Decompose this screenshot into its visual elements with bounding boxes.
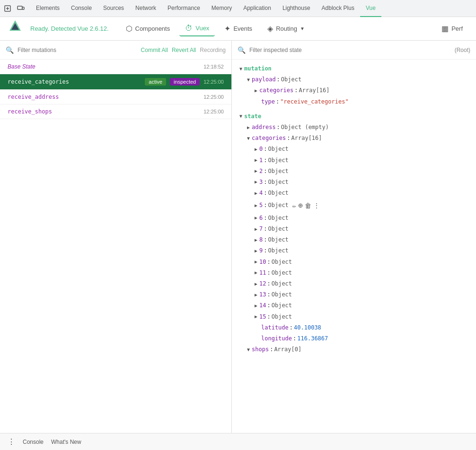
cat-item-7[interactable]: ▶ 7 : Object: [239, 224, 468, 234]
cat-2-key: 2: [259, 167, 263, 176]
svg-rect-1: [18, 6, 22, 9]
state-section-header[interactable]: ▼ state: [239, 111, 468, 122]
tab-elements[interactable]: Elements: [30, 0, 65, 17]
console-tab[interactable]: Console: [23, 437, 44, 447]
shops-arrow[interactable]: ▼: [247, 346, 250, 354]
cat-7-arrow[interactable]: ▶: [255, 225, 257, 233]
address-val: Object (empty): [281, 123, 329, 132]
cat-item-15[interactable]: ▶ 15 : Object: [239, 312, 468, 322]
mutation-arrow[interactable]: ▼: [239, 65, 242, 73]
cat-10-key: 10: [259, 258, 266, 267]
categories-key: categories: [259, 86, 293, 95]
whats-new-tab[interactable]: What's New: [51, 437, 81, 447]
cat-item-12[interactable]: ▶ 12 : Object: [239, 278, 468, 289]
mutation-list: Base State 12:18:52 receive_categories a…: [0, 60, 231, 433]
revert-all-button[interactable]: Revert All: [172, 47, 196, 53]
cat-5-arrow[interactable]: ▶: [255, 202, 257, 209]
state-categories-header[interactable]: ▼ categories : Array[16]: [239, 133, 468, 144]
item-5-actions: ✏️ ⊕ 🗑 ⋮: [292, 199, 320, 212]
state-search-input[interactable]: [249, 47, 451, 53]
cat-9-arrow[interactable]: ▶: [255, 247, 257, 255]
state-arrow[interactable]: ▼: [239, 112, 242, 120]
state-categories-val: Array[16]: [291, 134, 322, 143]
cat-11-key: 11: [259, 268, 266, 277]
nav-routing[interactable]: ◈ Routing ▼: [262, 21, 310, 36]
cat-8-key: 8: [259, 235, 263, 244]
tab-performance[interactable]: Performance: [162, 0, 206, 17]
latitude-val: 40.10038: [294, 323, 321, 332]
cat-3-arrow[interactable]: ▶: [255, 178, 257, 186]
cat-item-5[interactable]: ▶ 5 : Object ✏️ ⊕ 🗑 ⋮: [239, 199, 468, 213]
cat-item-1[interactable]: ▶ 1 : Object: [239, 155, 468, 166]
cat-item-13[interactable]: ▶ 13 : Object: [239, 289, 468, 300]
categories-arrow[interactable]: ▶: [255, 87, 257, 95]
cat-12-arrow[interactable]: ▶: [255, 280, 257, 288]
device-icon[interactable]: [15, 3, 26, 14]
cat-item-6[interactable]: ▶ 6 : Object: [239, 213, 468, 224]
mutation-item-receive-categories[interactable]: receive_categories active inspected 12:2…: [0, 74, 231, 90]
cat-11-arrow[interactable]: ▶: [255, 269, 257, 277]
cat-item-4[interactable]: ▶ 4 : Object: [239, 188, 468, 199]
search-icon: 🔍: [6, 46, 14, 54]
mutation-item-receive-shops[interactable]: receive_shops 12:25:00: [0, 104, 231, 119]
cat-2-arrow[interactable]: ▶: [255, 167, 257, 175]
state-address[interactable]: ▶ address : Object (empty): [239, 122, 468, 133]
tab-vue[interactable]: Vue: [360, 0, 381, 17]
state-shops[interactable]: ▼ shops : Array[0]: [239, 344, 468, 355]
tab-sources[interactable]: Sources: [97, 0, 130, 17]
nav-perf[interactable]: ▦ Perf: [436, 21, 468, 36]
root-label[interactable]: (Root): [455, 47, 470, 53]
commit-all-button[interactable]: Commit All: [141, 47, 168, 53]
cat-item-11[interactable]: ▶ 11 : Object: [239, 268, 468, 278]
cat-12-key: 12: [259, 279, 266, 288]
vue-ready-text: Ready. Detected Vue 2.6.12.: [30, 25, 109, 32]
nav-components[interactable]: ⬡ Components: [120, 21, 176, 36]
cat-13-arrow[interactable]: ▶: [255, 291, 257, 299]
tab-console[interactable]: Console: [65, 0, 97, 17]
cat-item-10[interactable]: ▶ 10 : Object: [239, 257, 468, 268]
cat-item-0[interactable]: ▶ 0 : Object: [239, 144, 468, 155]
cat-1-arrow[interactable]: ▶: [255, 156, 257, 164]
inspect-icon[interactable]: [2, 3, 13, 14]
edit-icon[interactable]: ✏️: [292, 200, 296, 211]
state-longitude: longitude : 116.36867: [239, 333, 468, 344]
cat-15-arrow[interactable]: ▶: [255, 313, 257, 320]
cat-0-arrow[interactable]: ▶: [255, 146, 257, 153]
payload-header[interactable]: ▼ payload : Object: [239, 74, 468, 85]
payload-arrow[interactable]: ▼: [247, 76, 250, 84]
tab-lighthouse[interactable]: Lighthouse: [277, 0, 316, 17]
recording-button[interactable]: Recording: [200, 47, 226, 53]
cat-item-3[interactable]: ▶ 3 : Object: [239, 177, 468, 188]
more-icon[interactable]: ⋮: [313, 200, 320, 211]
tab-memory[interactable]: Memory: [206, 0, 238, 17]
cat-14-arrow[interactable]: ▶: [255, 302, 257, 310]
nav-vuex[interactable]: ⏱ Vuex: [179, 21, 215, 36]
mutation-time: 12:25:00: [203, 94, 224, 100]
mutation-section-header[interactable]: ▼ mutation: [239, 63, 468, 74]
payload-categories[interactable]: ▶ categories : Array[16]: [239, 85, 468, 96]
address-arrow[interactable]: ▶: [247, 124, 250, 131]
cat-4-arrow[interactable]: ▶: [255, 190, 257, 197]
mutation-name: receive_categories: [8, 78, 141, 85]
cat-10-arrow[interactable]: ▶: [255, 258, 257, 266]
routing-icon: ◈: [267, 24, 273, 33]
add-icon[interactable]: ⊕: [298, 199, 303, 212]
base-state-row[interactable]: Base State 12:18:52: [0, 60, 231, 74]
tab-application[interactable]: Application: [238, 0, 277, 17]
state-categories-arrow[interactable]: ▼: [247, 135, 250, 142]
delete-icon[interactable]: 🗑: [305, 200, 311, 211]
cat-item-8[interactable]: ▶ 8 : Object: [239, 234, 468, 245]
cat-item-9[interactable]: ▶ 9 : Object: [239, 245, 468, 256]
tab-adblock[interactable]: Adblock Plus: [316, 0, 360, 17]
cat-6-arrow[interactable]: ▶: [255, 214, 257, 222]
nav-events[interactable]: ✦ Events: [219, 21, 258, 36]
mutations-search-input[interactable]: [18, 47, 137, 53]
cat-item-2[interactable]: ▶ 2 : Object: [239, 166, 468, 177]
cat-item-14[interactable]: ▶ 14 : Object: [239, 300, 468, 311]
more-options-icon[interactable]: ⋮: [8, 437, 15, 446]
mutation-time: 12:25:00: [203, 79, 224, 85]
mutation-item-receive-address[interactable]: receive_address 12:25:00: [0, 90, 231, 104]
tab-network[interactable]: Network: [130, 0, 162, 17]
cat-8-arrow[interactable]: ▶: [255, 236, 257, 244]
state-key: state: [244, 112, 261, 121]
